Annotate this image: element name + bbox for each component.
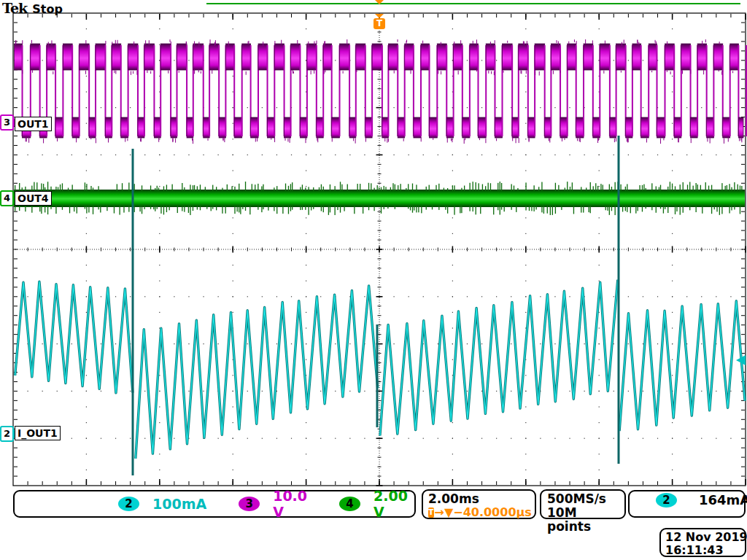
- acquisition-state: Stop: [32, 2, 63, 16]
- date-value: 12 Nov 2019: [665, 531, 740, 544]
- channel-4-number: 4: [0, 190, 14, 206]
- trigger-source-badge: 2: [656, 493, 677, 508]
- channel-4-label: OUT4: [15, 191, 52, 206]
- sample-rate: 500MS/s: [547, 492, 619, 506]
- delay-arrows-icon: →▼: [435, 506, 454, 519]
- time-value: 16:11:43: [665, 544, 740, 557]
- tek-logo: Tek: [2, 0, 27, 16]
- channel-3-number: 3: [0, 114, 14, 131]
- ch2-trace: [15, 136, 746, 475]
- trigger-t-flag: T: [374, 18, 385, 29]
- ch4-badge: 4: [339, 497, 360, 511]
- ch2-scale-value: 100mA: [152, 496, 206, 512]
- graticule-and-traces: [0, 0, 747, 560]
- header: Tek Stop: [2, 0, 63, 13]
- ch4-scale-value: 2.00 V: [374, 488, 408, 520]
- record-length: 10M points: [547, 506, 619, 534]
- vertical-scale-readouts: 2 100mA 3 10.0 V 4 2.00 V: [13, 490, 416, 518]
- timebase-readout: 2.00ms T →▼ −40.0000µs: [422, 489, 536, 519]
- channel-2-label: I_OUT1: [15, 426, 61, 440]
- delay-value: −40.0000µs: [453, 506, 532, 519]
- trigger-level-arrow-icon[interactable]: [736, 355, 746, 365]
- ch3-scale-readout: 3 10.0 V: [239, 488, 307, 520]
- trigger-position-marker[interactable]: T: [371, 0, 387, 29]
- ch3-scale-value: 10.0 V: [273, 488, 307, 520]
- ch3-badge: 3: [239, 497, 260, 511]
- trigger-delay-readout: T →▼ −40.0000µs: [428, 506, 530, 519]
- ch4-scale-readout: 4 2.00 V: [339, 488, 408, 520]
- timebase-scale: 2.00ms: [428, 492, 530, 506]
- channel-2-number: 2: [0, 426, 14, 442]
- ch2-badge: 2: [118, 497, 139, 511]
- acquisition-readout: 500MS/s 10M points: [540, 489, 626, 519]
- trigger-readout: 2 164mA: [628, 490, 746, 518]
- delay-t-icon: T: [428, 508, 434, 518]
- datetime-readout: 12 Nov 2019 16:11:43: [659, 528, 746, 557]
- ch3-trace: [15, 39, 747, 144]
- oscilloscope-screen: Tek Stop T 2 100mA 3 10.0 V 4 2.00 V 2.0…: [0, 0, 747, 560]
- ch2-scale-readout: 2 100mA: [118, 496, 206, 512]
- channel-3-label: OUT1: [15, 117, 52, 131]
- record-view-line: [206, 3, 740, 4]
- trigger-level-value: 164mA: [699, 493, 747, 508]
